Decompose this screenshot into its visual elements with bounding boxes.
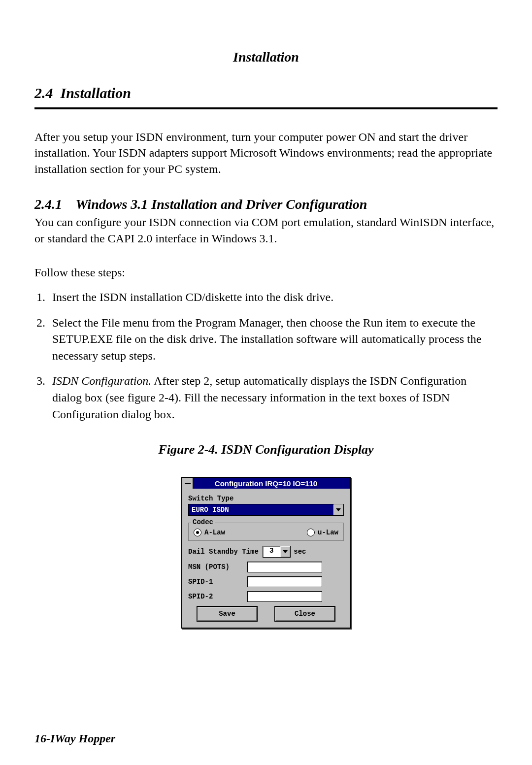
page-footer: 16-IWay Hopper [34, 732, 115, 745]
document-page: Installation 2.4 Installation After you … [0, 0, 532, 765]
chevron-down-icon [283, 550, 288, 553]
system-menu-button[interactable] [182, 478, 193, 489]
section-heading: 2.4 Installation [34, 85, 498, 101]
subsection-title: Windows 3.1 Installation and Driver Conf… [76, 197, 367, 212]
step-text: Insert the ISDN installation CD/diskette… [52, 291, 333, 303]
combo-dropdown-button[interactable] [333, 504, 343, 515]
isdn-config-dialog: Configuration IRQ=10 IO=110 Switch Type … [181, 477, 351, 629]
msn-label: MSN (POTS) [188, 563, 247, 571]
msn-input[interactable] [247, 562, 322, 572]
section-rule [34, 107, 498, 109]
chapter-header: Installation [34, 49, 498, 65]
standby-stepper[interactable] [280, 546, 291, 558]
dialog-button-row: Save Close [188, 606, 344, 622]
switch-type-label: Switch Type [188, 495, 344, 502]
step-item: Select the File menu from the Program Ma… [48, 315, 498, 365]
follow-steps-label: Follow these steps: [34, 266, 498, 279]
standby-input[interactable]: 3 [263, 546, 280, 558]
msn-row: MSN (POTS) [188, 562, 344, 572]
save-button[interactable]: Save [197, 606, 258, 622]
spid1-label: SPID-1 [188, 578, 247, 586]
intro-paragraph: After you setup your ISDN environment, t… [34, 129, 498, 177]
standby-unit: sec [294, 548, 306, 556]
step-item: Insert the ISDN installation CD/diskette… [48, 289, 498, 306]
codec-u-law-radio[interactable]: u-Law [307, 529, 338, 536]
section-title: Installation [61, 85, 131, 101]
steps-list: Insert the ISDN installation CD/diskette… [34, 289, 498, 423]
subsection-number: 2.4.1 [34, 197, 62, 212]
step-text: Select the File menu from the Program Ma… [52, 316, 481, 362]
subsection-heading: 2.4.1 Windows 3.1 Installation and Drive… [34, 197, 498, 212]
standby-label: Dail Standby Time [188, 548, 259, 556]
system-menu-icon [185, 483, 191, 484]
codec-label: Codec [191, 518, 215, 526]
spid1-row: SPID-1 [188, 576, 344, 587]
subsection-intro: You can configure your ISDN connection v… [34, 214, 498, 246]
section-number: 2.4 [34, 85, 53, 101]
dialog-title: Configuration IRQ=10 IO=110 [193, 479, 350, 488]
codec-a-law-radio[interactable]: A-Law [194, 529, 225, 536]
codec-groupbox: Codec A-Law u-Law [188, 523, 344, 541]
standby-row: Dail Standby Time 3 sec [188, 546, 344, 558]
radio-icon [194, 529, 201, 536]
dialog-body: Switch Type EURO ISDN Codec A-Law u-Law [182, 489, 350, 628]
switch-type-value: EURO ISDN [189, 504, 333, 515]
radio-label: A-Law [204, 529, 225, 536]
step-lead: ISDN Configuration. [52, 374, 151, 387]
spid2-input[interactable] [247, 591, 322, 602]
switch-type-combo[interactable]: EURO ISDN [188, 504, 344, 516]
close-button[interactable]: Close [274, 606, 335, 622]
spid2-row: SPID-2 [188, 591, 344, 602]
radio-icon [307, 529, 315, 536]
radio-label: u-Law [318, 529, 338, 536]
step-item: ISDN Configuration. After step 2, setup … [48, 373, 498, 423]
figure-caption: Figure 2-4. ISDN Configuration Display [34, 442, 498, 457]
spid2-label: SPID-2 [188, 593, 247, 600]
spid1-input[interactable] [247, 576, 322, 587]
dialog-titlebar[interactable]: Configuration IRQ=10 IO=110 [182, 478, 350, 489]
chevron-down-icon [336, 508, 341, 511]
